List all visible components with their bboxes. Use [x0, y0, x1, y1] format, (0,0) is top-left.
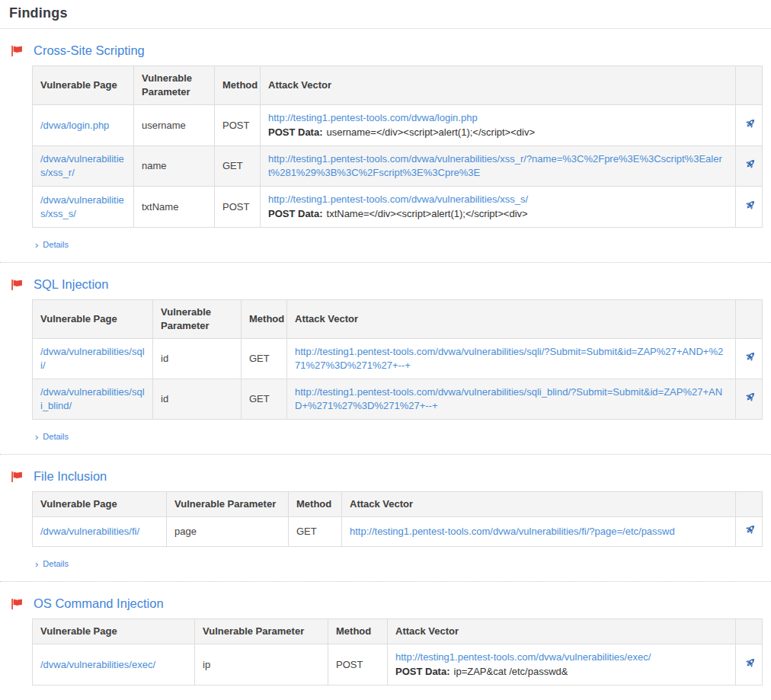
col-header-method: Method [289, 492, 342, 517]
red-flag-icon [11, 45, 23, 57]
col-header-actions [736, 300, 763, 339]
post-data-value: username=</div><script>alert(1);</script… [327, 126, 536, 138]
attack-vector-link[interactable]: http://testing1.pentest-tools.com/dvwa/l… [268, 112, 478, 123]
red-flag-icon [11, 598, 23, 610]
rocket-icon[interactable] [744, 199, 757, 212]
section-header: OS Command Injection [11, 596, 763, 611]
table-row: /dvwa/vulnerabilities/sqli_blind/ id GET… [33, 379, 763, 420]
section-title-sql-injection[interactable]: SQL Injection [34, 277, 108, 292]
rocket-icon[interactable] [744, 523, 757, 536]
table-header-row: Vulnerable Page Vulnerable Parameter Met… [33, 492, 763, 517]
details-link[interactable]: › Details [35, 559, 69, 568]
table-row: /dvwa/vulnerabilities/fi/ page GET http:… [33, 517, 763, 547]
vulnerable-parameter: name [134, 146, 215, 187]
rocket-icon[interactable] [744, 158, 757, 171]
table-row: /dvwa/vulnerabilities/xss_s/ txtName POS… [33, 187, 763, 228]
post-data: POST Data:txtName=</div><script>alert(1)… [268, 207, 728, 221]
col-header-attack-vector: Attack Vector [342, 492, 736, 517]
section-header: SQL Injection [11, 277, 763, 292]
section-header: Cross-Site Scripting [11, 43, 763, 58]
vulnerable-parameter: id [153, 379, 242, 420]
col-header-vulnerable-page: Vulnerable Page [33, 492, 167, 517]
col-header-attack-vector: Attack Vector [287, 300, 736, 339]
section-header: File Inclusion [11, 469, 763, 484]
vulnerable-page-link[interactable]: /dvwa/vulnerabilities/sqli/ [40, 346, 145, 371]
col-header-method: Method [242, 300, 287, 339]
method-value: GET [242, 339, 287, 379]
col-header-actions [736, 66, 763, 105]
vulnerable-page-link[interactable]: /dvwa/login.php [40, 120, 109, 131]
rocket-icon[interactable] [744, 350, 757, 363]
post-data-value: ip=ZAP&cat /etc/passwd& [454, 666, 568, 677]
col-header-actions [736, 619, 763, 644]
post-data: POST Data:username=</div><script>alert(1… [268, 126, 728, 139]
vulnerable-page-link[interactable]: /dvwa/vulnerabilities/fi/ [40, 526, 139, 537]
col-header-vulnerable-parameter: Vulnerable Parameter [167, 492, 289, 517]
rocket-icon[interactable] [744, 657, 757, 670]
details-link[interactable]: › Details [35, 432, 69, 441]
chevron-right-icon: › [35, 560, 38, 568]
page-header: Findings [0, 0, 771, 29]
section-cross-site-scripting: Cross-Site Scripting Vulnerable Page Vul… [0, 29, 771, 263]
section-title-os-command-injection[interactable]: OS Command Injection [34, 596, 164, 611]
vulnerable-page-link[interactable]: /dvwa/vulnerabilities/exec/ [40, 659, 155, 670]
section-title-cross-site-scripting[interactable]: Cross-Site Scripting [34, 43, 145, 58]
sqli-findings-table: Vulnerable Page Vulnerable Parameter Met… [32, 299, 763, 420]
vulnerable-page-link[interactable]: /dvwa/vulnerabilities/xss_r/ [40, 153, 124, 178]
rocket-icon[interactable] [744, 391, 757, 404]
col-header-attack-vector: Attack Vector [388, 619, 736, 644]
method-value: GET [289, 517, 342, 547]
table-row: /dvwa/vulnerabilities/xss_r/ name GET ht… [33, 146, 763, 187]
col-header-vulnerable-parameter: Vulnerable Parameter [195, 619, 328, 644]
post-data-value: txtName=</div><script>alert(1);</script>… [327, 208, 528, 219]
method-value: GET [215, 146, 261, 187]
vulnerable-page-link[interactable]: /dvwa/vulnerabilities/sqli_blind/ [40, 386, 145, 411]
attack-vector-link[interactable]: http://testing1.pentest-tools.com/dvwa/v… [268, 153, 722, 178]
table-header-row: Vulnerable Page Vulnerable Parameter Met… [33, 300, 763, 339]
details-link[interactable]: › Details [35, 240, 69, 249]
section-title-file-inclusion[interactable]: File Inclusion [34, 469, 107, 484]
post-data-label: POST Data: [268, 208, 323, 219]
col-header-vulnerable-page: Vulnerable Page [33, 300, 153, 339]
method-value: GET [242, 379, 287, 420]
col-header-method: Method [328, 619, 388, 644]
details-label: Details [43, 240, 69, 249]
vulnerable-parameter: id [153, 339, 242, 379]
post-data: POST Data:ip=ZAP&cat /etc/passwd& [395, 665, 728, 679]
fi-findings-table: Vulnerable Page Vulnerable Parameter Met… [32, 491, 763, 547]
table-header-row: Vulnerable Page Vulnerable Parameter Met… [33, 619, 763, 644]
red-flag-icon [11, 279, 23, 291]
attack-vector-link[interactable]: http://testing1.pentest-tools.com/dvwa/v… [268, 193, 528, 205]
col-header-method: Method [215, 66, 261, 105]
method-value: POST [215, 105, 261, 146]
post-data-label: POST Data: [268, 126, 323, 138]
attack-vector-link[interactable]: http://testing1.pentest-tools.com/dvwa/v… [395, 651, 651, 663]
method-value: POST [328, 644, 388, 686]
col-header-vulnerable-parameter: Vulnerable Parameter [134, 66, 215, 105]
vulnerable-page-link[interactable]: /dvwa/vulnerabilities/xss_s/ [40, 194, 124, 219]
section-os-command-injection: OS Command Injection Vulnerable Page Vul… [0, 582, 771, 698]
post-data-label: POST Data: [395, 666, 450, 677]
vulnerable-parameter: ip [195, 644, 328, 686]
vulnerable-parameter: username [134, 105, 215, 146]
details-label: Details [43, 432, 69, 441]
col-header-vulnerable-parameter: Vulnerable Parameter [153, 300, 242, 339]
vulnerable-parameter: page [167, 517, 289, 547]
vulnerable-parameter: txtName [134, 187, 215, 228]
chevron-right-icon: › [35, 241, 38, 249]
rocket-icon[interactable] [744, 117, 757, 130]
attack-vector-link[interactable]: http://testing1.pentest-tools.com/dvwa/v… [295, 346, 723, 371]
table-row: /dvwa/vulnerabilities/exec/ ip POST http… [33, 644, 763, 686]
osci-findings-table: Vulnerable Page Vulnerable Parameter Met… [32, 618, 763, 686]
section-file-inclusion: File Inclusion Vulnerable Page Vulnerabl… [0, 455, 771, 582]
table-row: /dvwa/vulnerabilities/sqli/ id GET http:… [33, 339, 763, 379]
page-title: Findings [9, 5, 762, 21]
col-header-attack-vector: Attack Vector [261, 66, 736, 105]
details-label: Details [43, 559, 69, 568]
attack-vector-link[interactable]: http://testing1.pentest-tools.com/dvwa/v… [350, 526, 675, 537]
chevron-right-icon: › [35, 433, 38, 441]
col-header-actions [736, 492, 763, 517]
col-header-vulnerable-page: Vulnerable Page [33, 66, 134, 105]
col-header-vulnerable-page: Vulnerable Page [33, 619, 195, 644]
attack-vector-link[interactable]: http://testing1.pentest-tools.com/dvwa/v… [295, 386, 722, 411]
